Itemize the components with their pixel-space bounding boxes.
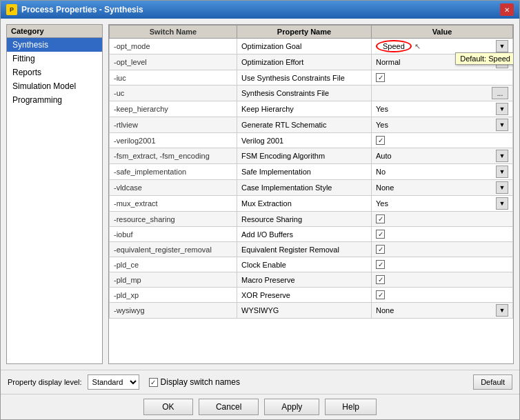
property-cell: Clock Enable	[237, 257, 372, 272]
value-cell: ...	[372, 86, 513, 101]
value-text: Yes	[376, 105, 388, 113]
help-button[interactable]: Help	[325, 399, 377, 415]
table-row: -pld_ce Clock Enable	[110, 257, 513, 272]
checkbox-verilog2001[interactable]	[376, 136, 385, 145]
table-row: -pld_xp XOR Preserve	[110, 288, 513, 303]
col-value: Value	[372, 26, 513, 39]
title-controls: ✕	[500, 3, 514, 16]
switch-cell: -iobuf	[110, 227, 237, 242]
value-cell	[372, 242, 513, 257]
footer-bar: Property display level: Standard Basic A…	[1, 370, 519, 394]
value-cell: Yes ▼	[372, 196, 513, 212]
table-row: -keep_hierarchy Keep Hierarchy Yes ▼	[110, 101, 513, 117]
table-row: -iuc Use Synthesis Constraints File	[110, 70, 513, 86]
value-cell	[372, 288, 513, 303]
default-tooltip: Default: Speed	[455, 52, 513, 65]
checkbox-resource-sharing[interactable]	[376, 214, 385, 223]
value-text: None	[376, 306, 394, 314]
switch-cell: -fsm_extract, -fsm_encoding	[110, 148, 237, 164]
value-cell: Yes ▼	[372, 101, 513, 117]
table-row: -fsm_extract, -fsm_encoding FSM Encoding…	[110, 148, 513, 164]
sidebar-header: Category	[7, 25, 102, 38]
checkbox-equiv-reg[interactable]	[376, 245, 385, 254]
property-cell: Optimization Effort	[237, 54, 372, 70]
property-cell: Add I/O Buffers	[237, 227, 372, 242]
property-cell: Keep Hierarchy	[237, 101, 372, 117]
checkbox-pld-ce[interactable]	[376, 260, 385, 269]
property-cell: Macro Preserve	[237, 272, 372, 288]
table-row: -verilog2001 Verilog 2001	[110, 133, 513, 148]
sidebar-item-programming[interactable]: Programming	[7, 93, 102, 107]
title-bar-left: P Process Properties - Synthesis	[6, 4, 143, 15]
display-switch-names-checkbox[interactable]	[149, 378, 158, 387]
value-text: Yes	[376, 199, 388, 208]
default-button[interactable]: Default	[473, 374, 512, 390]
property-cell: Generate RTL Schematic	[237, 117, 372, 133]
switch-cell: -wysiwyg	[110, 303, 237, 319]
property-cell: Safe Implementation	[237, 164, 372, 180]
table-row: -safe_implementation Safe Implementation…	[110, 164, 513, 180]
switch-cell: -pld_mp	[110, 272, 237, 288]
value-cell: None ▼	[372, 303, 513, 319]
level-select[interactable]: Standard Basic Advanced	[88, 374, 139, 390]
ellipsis-btn-uc[interactable]: ...	[492, 87, 508, 99]
close-button[interactable]: ✕	[500, 3, 514, 16]
value-cell: None ▼	[372, 180, 513, 196]
table-row: -opt_mode Optimization Goal Speed ↖ Defa…	[110, 39, 513, 54]
value-cell: Speed ↖ Default: Speed ▼	[372, 39, 513, 54]
dropdown-arrow-fsm[interactable]: ▼	[496, 150, 508, 162]
switch-cell: -safe_implementation	[110, 164, 237, 180]
property-cell: Resource Sharing	[237, 212, 372, 227]
table-row: -mux_extract Mux Extraction Yes ▼	[110, 196, 513, 212]
sidebar-item-fitting[interactable]: Fitting	[7, 52, 102, 66]
switch-cell: -verilog2001	[110, 133, 237, 148]
dropdown-arrow-safe-impl[interactable]: ▼	[496, 166, 508, 178]
table-row: -vldcase Case Implementation Style None …	[110, 180, 513, 196]
dropdown-arrow-opt-mode[interactable]: ▼	[496, 40, 508, 52]
checkbox-iuc[interactable]	[376, 73, 385, 82]
apply-button[interactable]: Apply	[264, 399, 319, 415]
switch-cell: -iuc	[110, 70, 237, 86]
checkbox-pld-xp[interactable]	[376, 290, 385, 299]
dropdown-arrow-keep-hier[interactable]: ▼	[496, 103, 508, 115]
sidebar-item-synthesis[interactable]: Synthesis	[7, 38, 102, 52]
value-cell	[372, 70, 513, 86]
properties-table-container: Switch Name Property Name Value -opt_mod…	[108, 24, 514, 364]
property-cell: FSM Encoding Algorithm	[237, 148, 372, 164]
dropdown-arrow-mux[interactable]: ▼	[496, 197, 508, 210]
value-cell	[372, 227, 513, 242]
property-cell: Case Implementation Style	[237, 180, 372, 196]
checkbox-pld-mp[interactable]	[376, 275, 385, 284]
sidebar-item-reports[interactable]: Reports	[7, 66, 102, 79]
value-cell	[372, 257, 513, 272]
value-text: None	[376, 183, 394, 192]
col-switch-name: Switch Name	[110, 26, 237, 39]
window-icon: P	[6, 4, 17, 15]
value-text: No	[376, 168, 386, 176]
display-switch-names-label: Display switch names	[161, 377, 240, 387]
property-cell: WYSIWYG	[237, 303, 372, 319]
value-text: Normal	[376, 58, 400, 66]
checkbox-iobuf[interactable]	[376, 230, 385, 239]
switch-cell: -keep_hierarchy	[110, 101, 237, 117]
ok-button[interactable]: OK	[143, 399, 193, 415]
switch-cell: -pld_ce	[110, 257, 237, 272]
value-cell	[372, 133, 513, 148]
table-row: -equivalent_register_removal Equivalent …	[110, 242, 513, 257]
dropdown-arrow-rtlview[interactable]: ▼	[496, 119, 508, 131]
window-title: Process Properties - Synthesis	[21, 5, 143, 14]
value-text: Yes	[376, 121, 388, 129]
sidebar-item-simulation-model[interactable]: Simulation Model	[7, 79, 102, 93]
title-bar: P Process Properties - Synthesis ✕	[1, 1, 519, 19]
cancel-button[interactable]: Cancel	[199, 399, 259, 415]
dropdown-arrow-wysiwyg[interactable]: ▼	[496, 304, 508, 317]
switch-cell: -opt_level	[110, 54, 237, 70]
property-cell: Verilog 2001	[237, 133, 372, 148]
value-cell: No ▼	[372, 164, 513, 180]
switch-cell: -uc	[110, 86, 237, 101]
dropdown-arrow-vldcase[interactable]: ▼	[496, 181, 508, 194]
property-cell: Synthesis Constraints File	[237, 86, 372, 101]
process-properties-window: P Process Properties - Synthesis ✕ Categ…	[0, 0, 520, 420]
table-scroll-area[interactable]: Switch Name Property Name Value -opt_mod…	[109, 25, 513, 363]
switch-cell: -rtlview	[110, 117, 237, 133]
